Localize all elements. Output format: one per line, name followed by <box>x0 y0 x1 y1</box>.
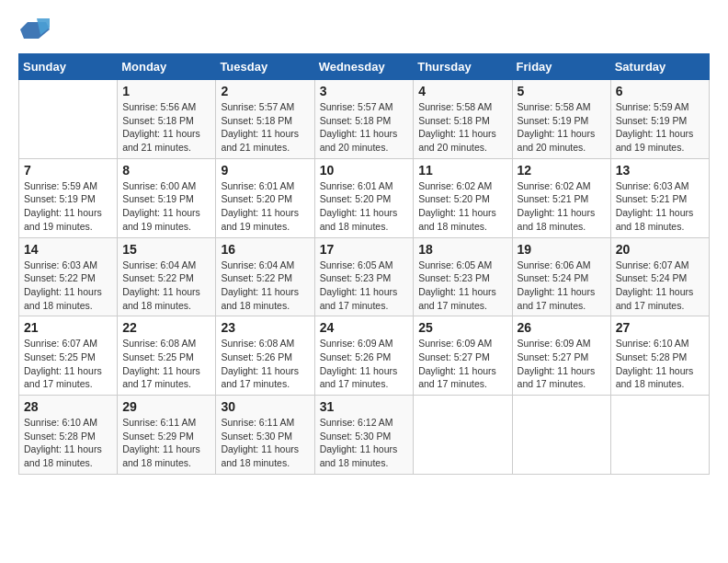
day-info: Sunrise: 6:07 AM Sunset: 5:24 PM Dayligh… <box>616 259 704 313</box>
header-tuesday: Tuesday <box>216 54 314 80</box>
calendar-cell: 11Sunrise: 6:02 AM Sunset: 5:20 PM Dayli… <box>414 158 512 237</box>
calendar-cell: 6Sunrise: 5:59 AM Sunset: 5:19 PM Daylig… <box>610 80 709 159</box>
calendar-cell: 13Sunrise: 6:03 AM Sunset: 5:21 PM Dayli… <box>610 158 709 237</box>
day-number: 17 <box>320 242 409 257</box>
day-number: 31 <box>320 399 409 414</box>
day-number: 16 <box>221 242 309 257</box>
day-info: Sunrise: 6:09 AM Sunset: 5:27 PM Dayligh… <box>418 337 506 391</box>
header-saturday: Saturday <box>610 54 709 80</box>
week-row-4: 21Sunrise: 6:07 AM Sunset: 5:25 PM Dayli… <box>19 316 710 396</box>
day-info: Sunrise: 5:57 AM Sunset: 5:18 PM Dayligh… <box>221 100 309 155</box>
calendar-cell: 30Sunrise: 6:11 AM Sunset: 5:30 PM Dayli… <box>216 396 314 475</box>
calendar-cell: 28Sunrise: 6:10 AM Sunset: 5:28 PM Dayli… <box>19 396 118 475</box>
header-friday: Friday <box>512 54 610 80</box>
logo-icon <box>20 18 50 39</box>
day-number: 27 <box>616 320 704 335</box>
day-info: Sunrise: 6:03 AM Sunset: 5:21 PM Dayligh… <box>616 179 704 234</box>
calendar-cell: 24Sunrise: 6:09 AM Sunset: 5:26 PM Dayli… <box>314 316 414 396</box>
calendar-cell: 18Sunrise: 6:05 AM Sunset: 5:23 PM Dayli… <box>414 237 512 316</box>
day-number: 8 <box>122 163 210 178</box>
header-sunday: Sunday <box>19 54 118 80</box>
day-number: 9 <box>221 163 309 178</box>
calendar-cell: 23Sunrise: 6:08 AM Sunset: 5:26 PM Dayli… <box>216 316 314 396</box>
day-number: 28 <box>24 399 112 414</box>
calendar-cell: 16Sunrise: 6:04 AM Sunset: 5:22 PM Dayli… <box>216 237 314 316</box>
calendar-cell: 20Sunrise: 6:07 AM Sunset: 5:24 PM Dayli… <box>610 237 709 316</box>
day-info: Sunrise: 6:09 AM Sunset: 5:26 PM Dayligh… <box>320 337 409 391</box>
day-info: Sunrise: 6:00 AM Sunset: 5:19 PM Dayligh… <box>122 179 210 234</box>
calendar-cell: 19Sunrise: 6:06 AM Sunset: 5:24 PM Dayli… <box>512 237 610 316</box>
calendar-cell: 26Sunrise: 6:09 AM Sunset: 5:27 PM Dayli… <box>512 316 610 396</box>
week-row-2: 7Sunrise: 5:59 AM Sunset: 5:19 PM Daylig… <box>19 158 710 237</box>
calendar-cell: 10Sunrise: 6:01 AM Sunset: 5:20 PM Dayli… <box>314 158 414 237</box>
day-number: 13 <box>616 163 704 178</box>
day-number: 3 <box>320 84 409 98</box>
day-number: 7 <box>24 163 112 178</box>
header-wednesday: Wednesday <box>314 54 414 80</box>
calendar-cell: 5Sunrise: 5:58 AM Sunset: 5:19 PM Daylig… <box>512 80 610 159</box>
day-info: Sunrise: 5:58 AM Sunset: 5:18 PM Dayligh… <box>418 100 506 155</box>
page-header <box>18 18 710 39</box>
calendar-cell: 15Sunrise: 6:04 AM Sunset: 5:22 PM Dayli… <box>118 237 216 316</box>
day-number: 14 <box>24 242 112 257</box>
calendar-cell: 14Sunrise: 6:03 AM Sunset: 5:22 PM Dayli… <box>19 237 118 316</box>
day-info: Sunrise: 6:01 AM Sunset: 5:20 PM Dayligh… <box>221 179 309 234</box>
header-monday: Monday <box>118 54 216 80</box>
calendar-cell: 29Sunrise: 6:11 AM Sunset: 5:29 PM Dayli… <box>118 396 216 475</box>
calendar-cell: 1Sunrise: 5:56 AM Sunset: 5:18 PM Daylig… <box>118 80 216 159</box>
calendar-cell: 21Sunrise: 6:07 AM Sunset: 5:25 PM Dayli… <box>19 316 118 396</box>
day-info: Sunrise: 6:02 AM Sunset: 5:21 PM Dayligh… <box>518 179 606 234</box>
day-info: Sunrise: 5:59 AM Sunset: 5:19 PM Dayligh… <box>24 179 112 234</box>
day-info: Sunrise: 5:57 AM Sunset: 5:18 PM Dayligh… <box>320 100 409 155</box>
day-number: 26 <box>518 320 606 335</box>
calendar-cell: 4Sunrise: 5:58 AM Sunset: 5:18 PM Daylig… <box>414 80 512 159</box>
calendar-cell: 17Sunrise: 6:05 AM Sunset: 5:23 PM Dayli… <box>314 237 414 316</box>
day-info: Sunrise: 6:08 AM Sunset: 5:26 PM Dayligh… <box>221 337 309 391</box>
day-number: 21 <box>24 320 112 335</box>
day-info: Sunrise: 6:09 AM Sunset: 5:27 PM Dayligh… <box>518 337 606 391</box>
day-info: Sunrise: 6:10 AM Sunset: 5:28 PM Dayligh… <box>24 416 112 470</box>
calendar-cell <box>19 80 118 159</box>
day-number: 25 <box>418 320 506 335</box>
week-row-3: 14Sunrise: 6:03 AM Sunset: 5:22 PM Dayli… <box>19 237 710 316</box>
calendar-cell: 7Sunrise: 5:59 AM Sunset: 5:19 PM Daylig… <box>19 158 118 237</box>
day-info: Sunrise: 6:01 AM Sunset: 5:20 PM Dayligh… <box>320 179 409 234</box>
calendar-cell <box>610 396 709 475</box>
calendar-cell: 9Sunrise: 6:01 AM Sunset: 5:20 PM Daylig… <box>216 158 314 237</box>
day-info: Sunrise: 6:05 AM Sunset: 5:23 PM Dayligh… <box>320 259 409 313</box>
calendar-cell: 8Sunrise: 6:00 AM Sunset: 5:19 PM Daylig… <box>118 158 216 237</box>
day-number: 4 <box>418 84 506 98</box>
calendar-cell: 2Sunrise: 5:57 AM Sunset: 5:18 PM Daylig… <box>216 80 314 159</box>
calendar-cell: 31Sunrise: 6:12 AM Sunset: 5:30 PM Dayli… <box>314 396 414 475</box>
day-info: Sunrise: 6:11 AM Sunset: 5:29 PM Dayligh… <box>122 416 210 470</box>
day-info: Sunrise: 5:59 AM Sunset: 5:19 PM Dayligh… <box>616 100 704 155</box>
week-row-1: 1Sunrise: 5:56 AM Sunset: 5:18 PM Daylig… <box>19 80 710 159</box>
day-number: 19 <box>518 242 606 257</box>
day-number: 10 <box>320 163 409 178</box>
week-row-5: 28Sunrise: 6:10 AM Sunset: 5:28 PM Dayli… <box>19 396 710 475</box>
day-info: Sunrise: 6:08 AM Sunset: 5:25 PM Dayligh… <box>122 337 210 391</box>
calendar-cell: 22Sunrise: 6:08 AM Sunset: 5:25 PM Dayli… <box>118 316 216 396</box>
calendar-cell: 25Sunrise: 6:09 AM Sunset: 5:27 PM Dayli… <box>414 316 512 396</box>
day-info: Sunrise: 6:11 AM Sunset: 5:30 PM Dayligh… <box>221 416 309 470</box>
day-number: 30 <box>221 399 309 414</box>
calendar-cell: 27Sunrise: 6:10 AM Sunset: 5:28 PM Dayli… <box>610 316 709 396</box>
day-number: 18 <box>418 242 506 257</box>
day-number: 5 <box>518 84 606 98</box>
calendar-cell: 12Sunrise: 6:02 AM Sunset: 5:21 PM Dayli… <box>512 158 610 237</box>
header-thursday: Thursday <box>414 54 512 80</box>
day-number: 22 <box>122 320 210 335</box>
day-info: Sunrise: 6:02 AM Sunset: 5:20 PM Dayligh… <box>418 179 506 234</box>
day-number: 11 <box>418 163 506 178</box>
day-info: Sunrise: 6:07 AM Sunset: 5:25 PM Dayligh… <box>24 337 112 391</box>
day-info: Sunrise: 6:04 AM Sunset: 5:22 PM Dayligh… <box>221 259 309 313</box>
day-number: 2 <box>221 84 309 98</box>
day-number: 1 <box>122 84 210 98</box>
day-info: Sunrise: 6:05 AM Sunset: 5:23 PM Dayligh… <box>418 259 506 313</box>
day-info: Sunrise: 6:03 AM Sunset: 5:22 PM Dayligh… <box>24 259 112 313</box>
day-number: 6 <box>616 84 704 98</box>
day-info: Sunrise: 5:58 AM Sunset: 5:19 PM Dayligh… <box>518 100 606 155</box>
calendar-cell <box>512 396 610 475</box>
logo <box>18 18 50 39</box>
day-info: Sunrise: 6:10 AM Sunset: 5:28 PM Dayligh… <box>616 337 704 391</box>
